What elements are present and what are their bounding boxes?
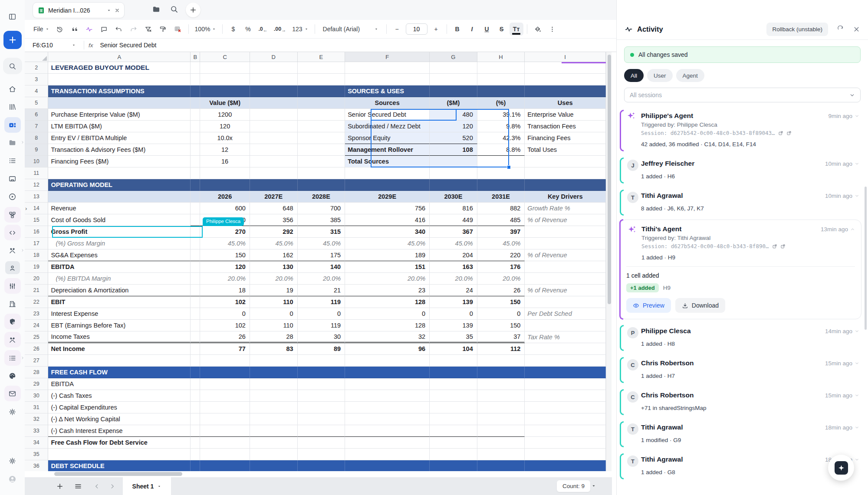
cell-H8[interactable]: 42.3%	[477, 132, 525, 144]
cell-G34[interactable]	[430, 437, 477, 449]
cell-E32[interactable]	[298, 413, 345, 425]
cell-C31[interactable]	[200, 402, 250, 413]
cell-C4[interactable]	[200, 85, 250, 97]
cell-G33[interactable]	[430, 425, 477, 437]
row-group-expand-icon[interactable]: ›	[25, 205, 27, 212]
cell-F13[interactable]: 2029E	[345, 191, 430, 203]
cell-B8[interactable]	[191, 132, 200, 144]
col-header-E[interactable]: E	[298, 52, 345, 62]
cell-E8[interactable]	[298, 132, 345, 144]
cell-A12[interactable]: OPERATING MODEL	[48, 179, 191, 191]
cell-C11[interactable]	[200, 167, 250, 179]
cell-B12[interactable]	[191, 179, 200, 191]
cell-A14[interactable]: Revenue	[48, 203, 191, 214]
formula-input[interactable]: Senior Secured Debt	[100, 42, 157, 49]
cell-G32[interactable]	[430, 413, 477, 425]
cell-D16[interactable]: 292	[250, 226, 298, 238]
cell-D34[interactable]	[250, 437, 298, 449]
col-header-C[interactable]: C	[200, 52, 250, 62]
close-panel-icon[interactable]	[853, 26, 860, 33]
cell-A32[interactable]: (-) Δ Net Working Capital	[48, 413, 191, 425]
cell-D15[interactable]: 356	[250, 214, 298, 226]
cell-F30[interactable]	[345, 390, 430, 402]
cell-I14[interactable]: Growth Rate %	[525, 203, 606, 214]
cell-C32[interactable]	[200, 413, 250, 425]
cell-F4[interactable]: SOURCES & USES	[345, 85, 430, 97]
cell-E3[interactable]	[298, 74, 345, 85]
cell-F23[interactable]: 0	[345, 308, 430, 320]
cell-B16[interactable]	[191, 226, 200, 238]
strikethrough-button[interactable]: S	[495, 23, 509, 36]
sheet-tab[interactable]: Sheet 1	[123, 477, 171, 495]
sidebar-item-panel-toggle[interactable]	[4, 9, 21, 24]
cell-E4[interactable]	[298, 85, 345, 97]
cell-I25[interactable]: Tax Rate %	[525, 331, 606, 343]
cell-E31[interactable]	[298, 402, 345, 413]
row-header-25[interactable]: 25	[25, 331, 48, 343]
cell-C2[interactable]	[200, 62, 250, 74]
cell-C28[interactable]	[200, 367, 250, 378]
cell-E19[interactable]: 140	[298, 261, 345, 273]
cell-A23[interactable]: Interest Expense	[48, 308, 191, 320]
cell-C36[interactable]	[200, 460, 250, 471]
assistant-fab-button[interactable]	[828, 455, 854, 481]
cell-B10[interactable]	[191, 156, 200, 167]
italic-button[interactable]: I	[465, 23, 479, 36]
cell-D12[interactable]	[250, 179, 298, 191]
cell-E15[interactable]: 385	[298, 214, 345, 226]
cell-D18[interactable]: 162	[250, 249, 298, 261]
cell-I29[interactable]	[525, 378, 606, 390]
cell-B36[interactable]	[191, 460, 200, 471]
cell-B6[interactable]	[191, 109, 200, 121]
cell-E35[interactable]	[298, 449, 345, 460]
cell-H3[interactable]	[477, 74, 525, 85]
activity-entry[interactable]: TTithi Agrawal 10min ago 8 added · J6, K…	[617, 187, 868, 217]
cell-A28[interactable]: FREE CASH FLOW	[48, 367, 191, 378]
cell-H10[interactable]	[477, 156, 525, 167]
format-percent-button[interactable]: %	[241, 23, 255, 36]
font-size-decrease-button[interactable]: −	[390, 23, 404, 36]
cell-B25[interactable]	[191, 331, 200, 343]
cell-E5[interactable]	[298, 97, 345, 109]
font-size-value-button[interactable]: 10	[405, 23, 428, 36]
cell-H20[interactable]: 20.0%	[477, 273, 525, 285]
format-currency-button[interactable]: $	[226, 23, 240, 36]
sidebar-item-list-alt[interactable]	[4, 350, 21, 366]
cell-B17[interactable]	[191, 238, 200, 249]
row-header-4[interactable]: 4	[25, 85, 48, 97]
cell-G3[interactable]	[430, 74, 477, 85]
cell-A16[interactable]: Gross Profit	[48, 226, 191, 238]
activity-pulse-icon[interactable]	[82, 23, 96, 36]
cell-E27[interactable]	[298, 355, 345, 367]
cell-B13[interactable]	[191, 191, 200, 203]
cell-B20[interactable]	[191, 273, 200, 285]
entry-timestamp[interactable]: 9min ago	[828, 113, 859, 119]
cell-H7[interactable]: 9.8%	[477, 121, 525, 132]
fill-color-icon[interactable]	[531, 23, 545, 36]
cell-E23[interactable]: 0	[298, 308, 345, 320]
row-header-29[interactable]: 29	[25, 378, 48, 390]
cell-E33[interactable]	[298, 425, 345, 437]
row-header-32[interactable]: 32	[25, 413, 48, 425]
cell-I36[interactable]	[525, 460, 606, 471]
cell-E17[interactable]: 45.0%	[298, 238, 345, 249]
cell-D8[interactable]	[250, 132, 298, 144]
cell-F24[interactable]: 128	[345, 320, 430, 331]
cell-H2[interactable]	[477, 62, 525, 74]
cell-B31[interactable]	[191, 402, 200, 413]
quotes-icon[interactable]	[68, 23, 82, 36]
cell-D23[interactable]: 0	[250, 308, 298, 320]
cell-F27[interactable]	[345, 355, 430, 367]
cell-C18[interactable]: 150	[200, 249, 250, 261]
more-options-icon[interactable]	[546, 23, 559, 36]
cell-F35[interactable]	[345, 449, 430, 460]
decrease-decimals-button[interactable]: .0←	[256, 23, 270, 36]
cell-C26[interactable]: 77	[200, 343, 250, 355]
cell-G22[interactable]: 139	[430, 296, 477, 308]
refresh-icon[interactable]	[837, 26, 844, 33]
cell-F25[interactable]: 32	[345, 331, 430, 343]
row-header-7[interactable]: 7	[25, 121, 48, 132]
entry-timestamp[interactable]: 15min ago	[825, 392, 859, 399]
cell-F9[interactable]: Management Rollover	[345, 144, 430, 156]
search-icon[interactable]	[170, 5, 178, 13]
